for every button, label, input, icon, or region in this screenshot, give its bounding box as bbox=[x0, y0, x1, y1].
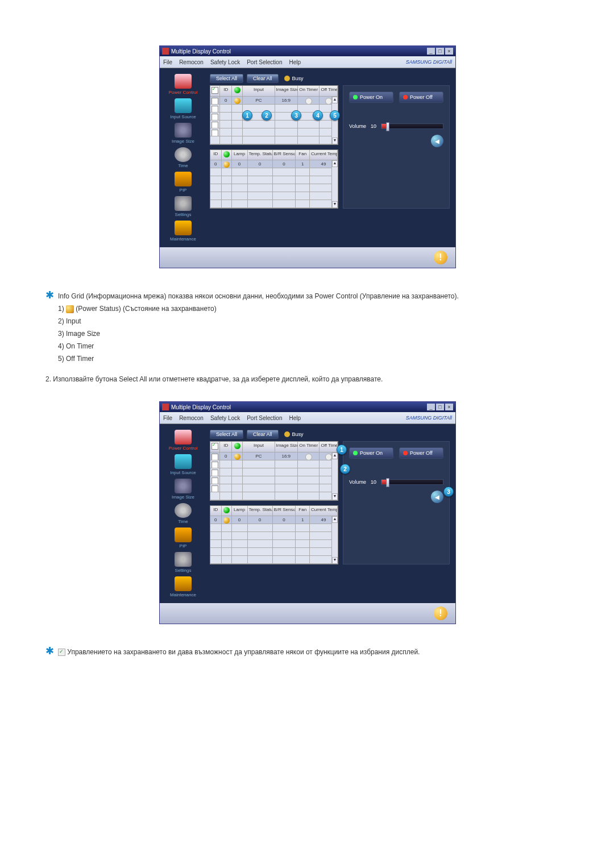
sidebar-item-image-size[interactable]: Image Size bbox=[163, 479, 203, 500]
table-row[interactable]: 0 0 0 0 1 49 bbox=[210, 160, 338, 168]
menu-port-selection[interactable]: Port Selection bbox=[247, 415, 282, 421]
brand-label: SAMSUNG DIGITAll bbox=[406, 415, 452, 421]
scroll-up-icon[interactable]: ▲ bbox=[332, 516, 338, 523]
power-on-button[interactable]: Power On bbox=[349, 447, 393, 459]
menu-file[interactable]: File bbox=[163, 415, 172, 421]
power-status-icon bbox=[223, 517, 230, 524]
statusbar: ! bbox=[160, 603, 455, 624]
menu-help[interactable]: Help bbox=[289, 59, 301, 65]
col-current-temp: Current Temp. bbox=[310, 150, 338, 160]
sidebar-item-pip[interactable]: PIP bbox=[163, 172, 203, 193]
list-item-1b: (Power Status) (Състояние на захранванет… bbox=[74, 305, 217, 313]
maximize-button[interactable]: □ bbox=[436, 48, 444, 55]
row-checkbox[interactable] bbox=[211, 485, 218, 492]
menubar: File Remocon Safety Lock Port Selection … bbox=[160, 56, 455, 68]
select-all-button[interactable]: Select All bbox=[210, 430, 243, 439]
callout-3: 3 bbox=[443, 487, 454, 497]
menu-port-selection[interactable]: Port Selection bbox=[247, 59, 282, 65]
scroll-up-icon[interactable]: ▲ bbox=[332, 97, 338, 103]
sidebar-item-time[interactable]: Time bbox=[163, 147, 203, 168]
info-grid-1: ID Input Image Size On Timer Off Timer bbox=[210, 441, 338, 501]
menu-remocon[interactable]: Remocon bbox=[179, 415, 204, 421]
row-checkbox[interactable] bbox=[211, 470, 218, 476]
sidebar-item-power-control[interactable]: Power Control bbox=[163, 430, 203, 451]
vertical-scrollbar[interactable]: ▲ ▼ bbox=[331, 97, 338, 144]
window-title: Multiple Display Control bbox=[171, 404, 231, 410]
table-row bbox=[210, 136, 338, 144]
table-row[interactable]: 0 0 0 0 1 49 bbox=[210, 516, 338, 524]
volume-handle[interactable] bbox=[386, 122, 389, 131]
power-off-button[interactable]: Power Off bbox=[399, 92, 443, 103]
sidebar-item-image-size[interactable]: Image Size bbox=[163, 123, 203, 144]
vertical-scrollbar[interactable]: ▲ ▼ bbox=[331, 452, 338, 500]
cell-id: 0 bbox=[210, 516, 222, 524]
cell-image-size: 16:9 bbox=[275, 97, 298, 105]
scroll-up-icon[interactable]: ▲ bbox=[332, 160, 338, 167]
table-row[interactable]: 0 PC 16:9 bbox=[210, 97, 338, 105]
close-button[interactable]: × bbox=[445, 48, 453, 55]
power-on-icon bbox=[353, 451, 358, 455]
sidebar-item-maintenance[interactable]: Maintenance bbox=[163, 576, 203, 597]
cell-lamp: 0 bbox=[232, 160, 248, 168]
sidebar-item-input-source[interactable]: Input Source bbox=[163, 98, 203, 119]
sidebar-item-pip[interactable]: PIP bbox=[163, 528, 203, 549]
input-source-icon bbox=[175, 454, 192, 469]
col-br-sensor: B/R Sensor bbox=[273, 506, 296, 516]
close-button[interactable]: × bbox=[445, 404, 453, 410]
sidebar-item-power-control[interactable]: Power Control bbox=[163, 74, 203, 95]
checkbox-icon bbox=[58, 649, 65, 656]
checkbox-header[interactable] bbox=[211, 443, 218, 450]
image-size-icon bbox=[175, 479, 192, 493]
minimize-button[interactable]: _ bbox=[427, 404, 435, 410]
power-off-button[interactable]: Power Off bbox=[399, 447, 443, 459]
sidebar-item-settings[interactable]: Settings bbox=[163, 552, 203, 573]
row-checkbox[interactable] bbox=[211, 130, 218, 136]
select-all-button[interactable]: Select All bbox=[210, 74, 243, 83]
sidebar: Power Control Input Source Image Size Ti… bbox=[160, 68, 206, 247]
scroll-down-icon[interactable]: ▼ bbox=[332, 201, 338, 208]
maximize-button[interactable]: □ bbox=[436, 404, 444, 410]
volume-slider[interactable] bbox=[381, 123, 443, 129]
scroll-down-icon[interactable]: ▼ bbox=[332, 138, 338, 144]
sidebar-item-input-source[interactable]: Input Source bbox=[163, 454, 203, 475]
off-timer-icon bbox=[325, 98, 332, 105]
busy-label: Busy bbox=[292, 76, 304, 81]
minimize-button[interactable]: _ bbox=[427, 48, 435, 55]
volume-handle[interactable] bbox=[386, 478, 389, 487]
table-row bbox=[210, 184, 338, 192]
menubar: File Remocon Safety Lock Port Selection … bbox=[160, 412, 455, 424]
vertical-scrollbar[interactable]: ▲ ▼ bbox=[331, 516, 338, 564]
sidebar-item-time[interactable]: Time bbox=[163, 503, 203, 524]
clear-all-button[interactable]: Clear All bbox=[247, 74, 279, 83]
scroll-down-icon[interactable]: ▼ bbox=[332, 493, 338, 500]
scroll-up-icon[interactable]: ▲ bbox=[332, 452, 338, 459]
power-on-button[interactable]: Power On bbox=[349, 92, 393, 103]
menu-safety-lock[interactable]: Safety Lock bbox=[210, 59, 240, 65]
power-off-label: Power Off bbox=[410, 450, 433, 456]
sidebar-item-settings[interactable]: Settings bbox=[163, 196, 203, 217]
row-checkbox[interactable] bbox=[211, 98, 218, 105]
cell-image-size: 16:9 bbox=[275, 452, 298, 460]
row-checkbox[interactable] bbox=[211, 477, 218, 484]
menu-remocon[interactable]: Remocon bbox=[179, 59, 204, 65]
menu-file[interactable]: File bbox=[163, 59, 172, 65]
menu-safety-lock[interactable]: Safety Lock bbox=[210, 415, 240, 421]
menu-help[interactable]: Help bbox=[289, 415, 301, 421]
row-checkbox[interactable] bbox=[211, 122, 218, 128]
clear-all-button[interactable]: Clear All bbox=[247, 430, 279, 439]
row-checkbox[interactable] bbox=[211, 454, 218, 460]
row-checkbox[interactable] bbox=[211, 462, 218, 468]
volume-slider[interactable] bbox=[381, 479, 443, 485]
sidebar-item-maintenance[interactable]: Maintenance bbox=[163, 221, 203, 242]
row-checkbox[interactable] bbox=[211, 114, 218, 121]
table-row[interactable]: 0 PC 16:9 bbox=[210, 452, 338, 460]
pip-icon bbox=[175, 172, 192, 186]
mute-button[interactable]: ◀ bbox=[431, 135, 443, 147]
vertical-scrollbar[interactable]: ▲ ▼ bbox=[331, 160, 338, 208]
col-lamp: Lamp bbox=[232, 506, 248, 516]
row-checkbox[interactable] bbox=[211, 106, 218, 113]
checkbox-header[interactable] bbox=[211, 87, 218, 94]
mute-button[interactable]: ◀ bbox=[431, 491, 443, 503]
scroll-down-icon[interactable]: ▼ bbox=[332, 557, 338, 564]
col-off-timer: Off Timer bbox=[320, 86, 338, 97]
